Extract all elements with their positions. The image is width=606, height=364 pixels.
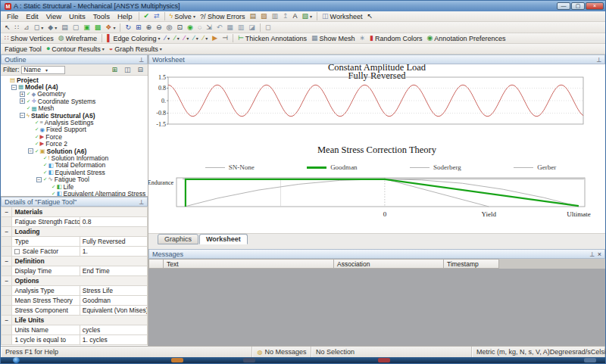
tree-item-equivalent-stress[interactable]: ✓◧Equivalent Stress (1, 169, 148, 176)
messages-col-text[interactable]: Text (164, 259, 334, 269)
details-row-fatigue-strength-factor-kf-[interactable]: Fatigue Strength Factor (Kf)0.8 (2, 217, 148, 227)
new-section-icon[interactable]: ▤ (247, 11, 258, 21)
minimize-button[interactable]: — (557, 2, 570, 10)
tree-item-fixed-support[interactable]: ✓◉Fixed Support (1, 126, 148, 133)
menu-units[interactable]: Units (65, 12, 89, 20)
wireframe-button[interactable]: ◍Wireframe (56, 33, 99, 43)
fatigue-tool-button[interactable]: Fatigue Tool (2, 44, 44, 54)
menu-help[interactable]: Help (114, 12, 136, 20)
annotation-text-icon[interactable]: A (291, 11, 300, 21)
edge-coloring-button[interactable]: ▌Edge Coloring▾ (105, 33, 162, 43)
messages-body[interactable] (148, 269, 605, 346)
details-row-stress-component[interactable]: Stress ComponentEquivalent (Von Mises) (2, 306, 148, 316)
promote-icon[interactable]: ↥ (280, 11, 291, 21)
close-icon[interactable]: × (598, 250, 601, 258)
iso-view-icon[interactable]: ⇲ (204, 22, 214, 33)
edge-direction-icon[interactable]: ▶ (210, 33, 220, 43)
messages-col-timestamp[interactable]: Timestamp (444, 259, 499, 269)
select-mode-icon[interactable]: ◻▾ (32, 22, 46, 33)
details-value[interactable]: Goodman (80, 296, 147, 306)
show-vertices-button[interactable]: ∷Show Vertices (2, 33, 56, 43)
tree-item-mesh[interactable]: ✓▦Mesh (1, 105, 148, 112)
select-triad-icon[interactable]: ⊿ (21, 22, 32, 33)
messages-col-blank[interactable] (148, 259, 164, 269)
tree-item-total-deformation[interactable]: ✓◧Total Deformation (1, 162, 148, 169)
edge-style-cross-icon[interactable]: ∕▾ (172, 33, 182, 43)
details-value[interactable]: cycles (80, 325, 147, 335)
magnify-icon[interactable]: ◉ (185, 22, 195, 33)
group-expander-cell[interactable]: − (2, 257, 12, 266)
thicken-annotations-button[interactable]: ⊢Thicken Annotations (236, 33, 309, 43)
checkbox[interactable] (14, 249, 20, 254)
tree-item-static-structural-a5-[interactable]: −ϟStatic Structural (A5) (1, 112, 148, 119)
os-taskbar[interactable] (1, 357, 605, 363)
status-messages[interactable]: ◍ No Messages (252, 347, 311, 357)
tree-item-geometry[interactable]: +✓◆Geometry (1, 91, 148, 98)
details-value[interactable]: Stress Life (80, 286, 147, 296)
zoom-in-icon[interactable]: ⊕ (144, 22, 155, 33)
select-filter-icon[interactable]: ◆▾ (45, 22, 59, 33)
select-face-icon[interactable]: ▢ (70, 22, 82, 33)
random-colors-button[interactable]: ▮Random Colors (367, 33, 424, 43)
annotation-preferences-button[interactable]: ◉Annotation Preferences (425, 33, 508, 43)
chart-icon[interactable]: ▨ (258, 11, 270, 21)
solve-status-icon[interactable]: ✔ (142, 11, 152, 21)
details-value[interactable]: 1. cycles (80, 335, 147, 345)
details-value[interactable]: End Time (80, 266, 147, 276)
group-expander-cell[interactable]: − (2, 276, 12, 286)
edge-style-direction-icon[interactable]: ∕▾ (163, 33, 173, 43)
remote-solve-icon[interactable]: ⇄ (152, 11, 162, 21)
previous-view-icon[interactable]: ↶ (214, 22, 225, 33)
edge-style-thin-icon[interactable]: ∕▾ (191, 33, 201, 43)
rotate-icon[interactable]: ↻ (123, 22, 133, 33)
group-expander-cell[interactable]: − (2, 316, 12, 325)
show-errors-button[interactable]: ?/ Show Errors (198, 11, 248, 21)
tree-item-project[interactable]: ▤Project (1, 76, 148, 83)
probe-icon[interactable]: ∗ (357, 33, 367, 43)
details-row-1-cycle-is-equal-to[interactable]: 1 cycle is equal to1. cycles (2, 335, 148, 345)
details-value[interactable]: 0.8 (80, 217, 147, 227)
show-mesh-button[interactable]: ▦Show Mesh (309, 33, 358, 43)
pan-icon[interactable]: ⊞ (133, 22, 144, 33)
expand-expander-icon[interactable]: + (20, 92, 25, 97)
fit-icon[interactable]: ⊡ (174, 22, 185, 33)
viewport-icon[interactable]: ▦ (224, 22, 236, 33)
taskbar-app-icon[interactable] (243, 358, 255, 362)
expand-expander-icon[interactable]: + (20, 98, 25, 104)
details-row-type[interactable]: TypeFully Reversed (2, 237, 148, 247)
tree-item-model-a4-[interactable]: −▦Model (A4) (1, 83, 148, 90)
report-icon[interactable]: ◪ (246, 22, 258, 33)
edge-style-dot-icon[interactable]: ∕▾ (182, 33, 192, 43)
extend-selection-icon[interactable]: ▩ (92, 22, 104, 33)
edge-style-thick-icon[interactable]: ∕▾ (201, 33, 211, 43)
details-row-units-name[interactable]: Units Namecycles (2, 325, 148, 335)
select-body-icon[interactable]: ▣ (81, 22, 92, 33)
tree-item-force[interactable]: ✓▶Force (1, 133, 148, 140)
edge-mesh-icon[interactable]: ⊣ (220, 33, 230, 43)
tree-item-solution-a6-[interactable]: −✓▣Solution (A6) (1, 148, 148, 154)
select-edge-icon[interactable]: ▤ (59, 22, 70, 33)
tab-graphics[interactable]: Graphics (158, 234, 198, 244)
menu-view[interactable]: View (42, 12, 65, 20)
details-row-analysis-type[interactable]: Analysis TypeStress Life (2, 286, 148, 296)
tree-item-equivalent-alternating-stress[interactable]: ✓◧Equivalent Alternating Stress (1, 190, 148, 196)
tree-item-solution-information[interactable]: ✓!Solution Information (1, 154, 148, 161)
taskbar-app-icon[interactable] (584, 358, 596, 362)
worksheet-toggle-button[interactable]: ◫Worksheet (320, 11, 364, 21)
tree-item-coordinate-systems[interactable]: +✓✛Coordinate Systems (1, 98, 148, 104)
graph-results-button[interactable]: ◒Graph Results▾ (107, 44, 164, 54)
collapse-icon[interactable]: ◫ (122, 67, 133, 73)
pin-icon[interactable]: ⊤ (589, 250, 595, 257)
start-orb-icon[interactable] (13, 357, 20, 363)
menu-edit[interactable]: Edit (22, 12, 42, 20)
group-expander-cell[interactable]: − (2, 227, 12, 237)
collapse-expander-icon[interactable]: − (28, 148, 33, 154)
taskbar-app-icon[interactable] (171, 358, 183, 362)
pin-icon[interactable]: ⊤ (139, 56, 144, 63)
details-value[interactable]: Equivalent (Von Mises) (80, 306, 147, 316)
image-icon[interactable]: ▥ (269, 11, 280, 21)
filter-dropdown[interactable]: Name ▾ (21, 66, 65, 74)
collapse-expander-icon[interactable]: − (36, 177, 42, 182)
solve-button[interactable]: ϟSolve▾ (167, 11, 198, 21)
taskbar-app-icon[interactable] (378, 358, 390, 362)
